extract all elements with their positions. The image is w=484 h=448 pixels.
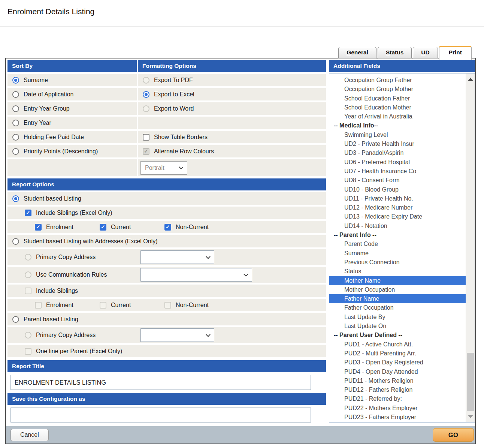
student-with-addresses-radio[interactable] <box>12 238 19 245</box>
parent-listing-radio[interactable] <box>12 316 19 323</box>
list-item[interactable]: UD14 - Notation <box>329 222 466 231</box>
scrollbar-thumb[interactable] <box>467 353 474 411</box>
export-pdf-row: Export To PDF <box>138 74 326 86</box>
list-item[interactable]: UD11 - Private Health No. <box>329 194 466 203</box>
non-current-checkbox-disabled[interactable] <box>164 302 171 309</box>
list-item[interactable]: UD13 - Medicare Expiry Date <box>329 212 466 221</box>
list-group-header[interactable]: -- Parent Info -- <box>329 231 466 240</box>
sort-option-radio[interactable] <box>12 91 19 98</box>
list-item[interactable]: Father Occupation <box>329 303 466 312</box>
include-siblings-excel-row: Include Siblings (Excel Only) <box>7 207 326 219</box>
tab-general[interactable]: General <box>338 47 376 58</box>
list-item[interactable]: Occupation Group Father <box>329 76 466 85</box>
export-word-row: Export to Word <box>138 102 326 115</box>
listbox-scrollbar[interactable] <box>466 73 475 422</box>
export-pdf-label: Export To PDF <box>154 77 193 84</box>
list-item[interactable]: UD8 - Consent Form <box>329 176 466 185</box>
list-item[interactable]: Mother Name <box>329 276 466 285</box>
list-item[interactable]: UD7 - Health Insurance Co <box>329 167 466 176</box>
tab-ud[interactable]: UD <box>413 47 438 58</box>
current-label: Current <box>111 302 131 309</box>
sort-option-radio[interactable] <box>12 77 19 84</box>
list-item[interactable]: Father Name <box>329 294 466 303</box>
list-item[interactable]: Last Update On <box>329 322 466 331</box>
list-item[interactable]: PUD12 - Fathers Religion <box>329 385 466 394</box>
report-options-header: Report Options <box>7 178 326 190</box>
list-item[interactable]: Last Update By <box>329 313 466 322</box>
cancel-button[interactable]: Cancel <box>10 429 49 441</box>
enrolment-checkbox[interactable] <box>35 224 42 231</box>
list-group-header[interactable]: -- Parent User Defined -- <box>329 331 466 340</box>
parent-primary-copy-address-label: Primary Copy Address <box>36 332 96 339</box>
non-current-label: Non-Current <box>176 302 209 309</box>
parent-primary-copy-address-radio[interactable] <box>25 332 31 339</box>
current-checkbox-disabled[interactable] <box>100 302 106 309</box>
chevron-down-icon <box>206 254 211 259</box>
tab-status[interactable]: Status <box>378 47 412 58</box>
list-item[interactable]: UD10 - Blood Group <box>329 185 466 194</box>
sort-option-radio[interactable] <box>12 148 19 155</box>
student-listing-label: Student based Listing <box>24 195 81 202</box>
sort-option-label: Entry Year Group <box>24 105 70 112</box>
save-configuration-input[interactable] <box>10 408 311 423</box>
report-title-header: Report Title <box>7 360 326 372</box>
primary-copy-address-row: Primary Copy Address <box>7 249 326 265</box>
list-item[interactable]: UD6 - Preferred Hospital <box>329 158 466 167</box>
list-item[interactable]: School Education Father <box>329 94 466 103</box>
list-item[interactable]: School Education Mother <box>329 103 466 112</box>
list-item[interactable]: PUD11 - Mothers Religion <box>329 376 466 385</box>
one-line-per-parent-checkbox[interactable] <box>25 348 31 355</box>
list-item[interactable]: Mother Occupation <box>329 285 466 294</box>
save-configuration-header: Save this Configuration as <box>7 393 326 405</box>
primary-copy-address-select[interactable] <box>140 250 214 264</box>
list-item[interactable]: Previous Connection <box>329 258 466 267</box>
enrolment-checkbox-disabled[interactable] <box>35 302 42 309</box>
orientation-select[interactable]: Portrait <box>140 161 187 175</box>
export-pdf-radio[interactable] <box>143 77 149 84</box>
use-communication-rules-select[interactable] <box>140 268 252 282</box>
list-item[interactable]: Parent Code <box>329 240 466 249</box>
sort-option-radio[interactable] <box>12 134 19 141</box>
list-item[interactable]: UD3 - Panadol/Aspirin <box>329 148 466 157</box>
list-item[interactable]: PUD22 - Mothers Employer <box>329 404 466 413</box>
report-title-input[interactable] <box>10 375 311 390</box>
primary-copy-address-radio[interactable] <box>25 254 31 261</box>
list-item[interactable]: UD2 - Private Health Insur <box>329 139 466 148</box>
go-button[interactable]: GO <box>433 428 474 442</box>
list-item[interactable]: Occupation Group Mother <box>329 85 466 94</box>
list-item[interactable]: Surname <box>329 249 466 258</box>
list-item[interactable]: PUD21 - Referred by: <box>329 394 466 403</box>
list-item[interactable]: Year of Arrival in Australia <box>329 112 466 121</box>
export-word-radio[interactable] <box>143 105 149 112</box>
parent-listing-label: Parent based Listing <box>24 316 78 323</box>
parent-primary-copy-address-select[interactable] <box>140 328 214 342</box>
scroll-down-button[interactable] <box>466 412 475 421</box>
formatting-options-section: Formatting Options Export To PDF Export … <box>138 60 326 176</box>
list-item[interactable]: Status <box>329 267 466 276</box>
use-communication-rules-radio[interactable] <box>25 271 31 278</box>
list-item[interactable]: PUD23 - Fathers Employer <box>329 413 466 422</box>
include-siblings-excel-checkbox[interactable] <box>25 210 31 216</box>
non-current-checkbox[interactable] <box>164 224 171 231</box>
sort-option-label: Entry Year <box>24 120 51 126</box>
left-panel: Sort By SurnameDate of ApplicationEntry … <box>7 60 326 423</box>
list-item[interactable]: PUD4 - Open Day Attended <box>329 367 466 376</box>
show-table-borders-checkbox[interactable] <box>143 134 149 141</box>
sort-option-radio[interactable] <box>12 105 19 112</box>
list-item[interactable]: Swimming Level <box>329 130 466 139</box>
list-item[interactable]: PUD1 - Active Church Att. <box>329 340 466 349</box>
student-listing-radio[interactable] <box>12 195 19 202</box>
tab-print[interactable]: Print <box>439 46 472 60</box>
tab-bar: General Status UD Print <box>338 46 472 58</box>
scroll-up-button[interactable] <box>466 75 475 83</box>
list-item[interactable]: UD12 - Medicare Number <box>329 203 466 212</box>
current-checkbox[interactable] <box>100 224 106 231</box>
siblings-flags-row: Enrolment Current Non-Current <box>7 221 326 233</box>
include-siblings-checkbox[interactable] <box>25 288 31 294</box>
sort-option-radio[interactable] <box>12 120 19 126</box>
export-excel-radio[interactable] <box>143 91 149 98</box>
list-item[interactable]: PUD2 - Multi Parenting Arr. <box>329 349 466 358</box>
list-item[interactable]: PUD3 - Open Day Registered <box>329 358 466 367</box>
alternate-row-colours-checkbox[interactable] <box>143 148 149 155</box>
list-group-header[interactable]: -- Medical Info-- <box>329 121 466 130</box>
